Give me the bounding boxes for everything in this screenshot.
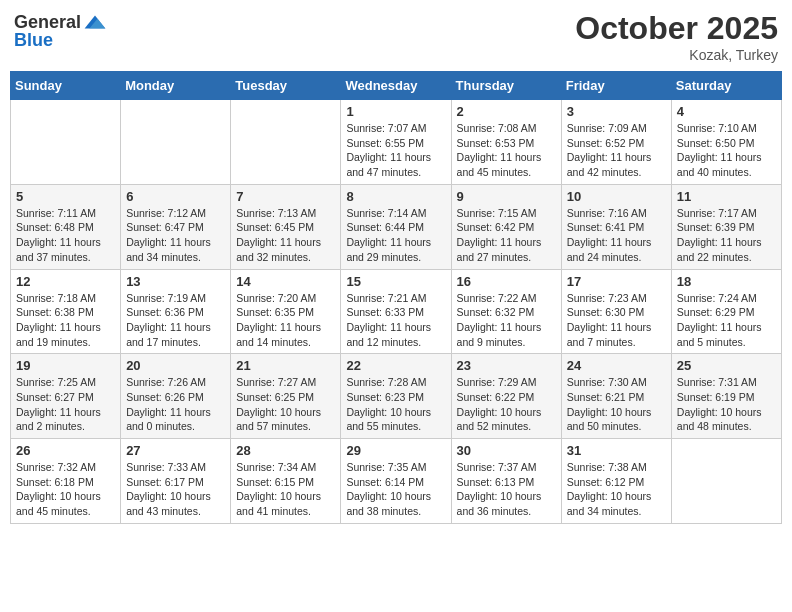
day-info: Sunrise: 7:29 AM Sunset: 6:22 PM Dayligh…	[457, 375, 556, 434]
day-info: Sunrise: 7:13 AM Sunset: 6:45 PM Dayligh…	[236, 206, 335, 265]
day-info: Sunrise: 7:33 AM Sunset: 6:17 PM Dayligh…	[126, 460, 225, 519]
calendar-cell	[121, 100, 231, 185]
day-number: 6	[126, 189, 225, 204]
calendar-cell: 6Sunrise: 7:12 AM Sunset: 6:47 PM Daylig…	[121, 184, 231, 269]
day-number: 15	[346, 274, 445, 289]
day-info: Sunrise: 7:28 AM Sunset: 6:23 PM Dayligh…	[346, 375, 445, 434]
day-info: Sunrise: 7:21 AM Sunset: 6:33 PM Dayligh…	[346, 291, 445, 350]
calendar-cell: 25Sunrise: 7:31 AM Sunset: 6:19 PM Dayli…	[671, 354, 781, 439]
day-number: 20	[126, 358, 225, 373]
day-info: Sunrise: 7:26 AM Sunset: 6:26 PM Dayligh…	[126, 375, 225, 434]
day-number: 21	[236, 358, 335, 373]
calendar-cell: 18Sunrise: 7:24 AM Sunset: 6:29 PM Dayli…	[671, 269, 781, 354]
calendar-cell: 14Sunrise: 7:20 AM Sunset: 6:35 PM Dayli…	[231, 269, 341, 354]
day-info: Sunrise: 7:15 AM Sunset: 6:42 PM Dayligh…	[457, 206, 556, 265]
weekday-header-friday: Friday	[561, 72, 671, 100]
day-number: 23	[457, 358, 556, 373]
day-number: 5	[16, 189, 115, 204]
day-number: 13	[126, 274, 225, 289]
calendar-week-2: 5Sunrise: 7:11 AM Sunset: 6:48 PM Daylig…	[11, 184, 782, 269]
calendar-cell: 15Sunrise: 7:21 AM Sunset: 6:33 PM Dayli…	[341, 269, 451, 354]
day-info: Sunrise: 7:17 AM Sunset: 6:39 PM Dayligh…	[677, 206, 776, 265]
day-info: Sunrise: 7:18 AM Sunset: 6:38 PM Dayligh…	[16, 291, 115, 350]
calendar-cell	[231, 100, 341, 185]
calendar-cell: 1Sunrise: 7:07 AM Sunset: 6:55 PM Daylig…	[341, 100, 451, 185]
day-number: 19	[16, 358, 115, 373]
calendar-cell: 31Sunrise: 7:38 AM Sunset: 6:12 PM Dayli…	[561, 439, 671, 524]
title-area: October 2025 Kozak, Turkey	[575, 10, 778, 63]
day-info: Sunrise: 7:35 AM Sunset: 6:14 PM Dayligh…	[346, 460, 445, 519]
location-subtitle: Kozak, Turkey	[575, 47, 778, 63]
day-number: 24	[567, 358, 666, 373]
calendar-cell: 22Sunrise: 7:28 AM Sunset: 6:23 PM Dayli…	[341, 354, 451, 439]
calendar-cell: 12Sunrise: 7:18 AM Sunset: 6:38 PM Dayli…	[11, 269, 121, 354]
day-info: Sunrise: 7:30 AM Sunset: 6:21 PM Dayligh…	[567, 375, 666, 434]
calendar-cell: 21Sunrise: 7:27 AM Sunset: 6:25 PM Dayli…	[231, 354, 341, 439]
calendar-cell: 13Sunrise: 7:19 AM Sunset: 6:36 PM Dayli…	[121, 269, 231, 354]
day-number: 10	[567, 189, 666, 204]
day-number: 30	[457, 443, 556, 458]
day-number: 29	[346, 443, 445, 458]
day-info: Sunrise: 7:37 AM Sunset: 6:13 PM Dayligh…	[457, 460, 556, 519]
calendar-cell: 26Sunrise: 7:32 AM Sunset: 6:18 PM Dayli…	[11, 439, 121, 524]
day-info: Sunrise: 7:38 AM Sunset: 6:12 PM Dayligh…	[567, 460, 666, 519]
calendar-cell	[11, 100, 121, 185]
day-info: Sunrise: 7:32 AM Sunset: 6:18 PM Dayligh…	[16, 460, 115, 519]
calendar-cell: 7Sunrise: 7:13 AM Sunset: 6:45 PM Daylig…	[231, 184, 341, 269]
day-info: Sunrise: 7:11 AM Sunset: 6:48 PM Dayligh…	[16, 206, 115, 265]
day-number: 11	[677, 189, 776, 204]
month-year-title: October 2025	[575, 10, 778, 47]
day-number: 18	[677, 274, 776, 289]
day-number: 12	[16, 274, 115, 289]
day-info: Sunrise: 7:19 AM Sunset: 6:36 PM Dayligh…	[126, 291, 225, 350]
day-info: Sunrise: 7:31 AM Sunset: 6:19 PM Dayligh…	[677, 375, 776, 434]
weekday-header-saturday: Saturday	[671, 72, 781, 100]
day-info: Sunrise: 7:34 AM Sunset: 6:15 PM Dayligh…	[236, 460, 335, 519]
calendar-table: SundayMondayTuesdayWednesdayThursdayFrid…	[10, 71, 782, 524]
day-info: Sunrise: 7:22 AM Sunset: 6:32 PM Dayligh…	[457, 291, 556, 350]
day-number: 31	[567, 443, 666, 458]
day-info: Sunrise: 7:25 AM Sunset: 6:27 PM Dayligh…	[16, 375, 115, 434]
day-number: 22	[346, 358, 445, 373]
weekday-header-thursday: Thursday	[451, 72, 561, 100]
page-header: General Blue October 2025 Kozak, Turkey	[10, 10, 782, 63]
calendar-cell: 16Sunrise: 7:22 AM Sunset: 6:32 PM Dayli…	[451, 269, 561, 354]
day-number: 17	[567, 274, 666, 289]
day-number: 16	[457, 274, 556, 289]
calendar-cell: 5Sunrise: 7:11 AM Sunset: 6:48 PM Daylig…	[11, 184, 121, 269]
day-number: 26	[16, 443, 115, 458]
logo-blue: Blue	[14, 30, 53, 51]
logo: General Blue	[14, 10, 107, 51]
day-number: 14	[236, 274, 335, 289]
calendar-cell: 29Sunrise: 7:35 AM Sunset: 6:14 PM Dayli…	[341, 439, 451, 524]
calendar-cell: 9Sunrise: 7:15 AM Sunset: 6:42 PM Daylig…	[451, 184, 561, 269]
calendar-week-4: 19Sunrise: 7:25 AM Sunset: 6:27 PM Dayli…	[11, 354, 782, 439]
weekday-header-wednesday: Wednesday	[341, 72, 451, 100]
calendar-week-3: 12Sunrise: 7:18 AM Sunset: 6:38 PM Dayli…	[11, 269, 782, 354]
day-number: 3	[567, 104, 666, 119]
day-number: 27	[126, 443, 225, 458]
day-info: Sunrise: 7:07 AM Sunset: 6:55 PM Dayligh…	[346, 121, 445, 180]
day-number: 8	[346, 189, 445, 204]
day-info: Sunrise: 7:09 AM Sunset: 6:52 PM Dayligh…	[567, 121, 666, 180]
calendar-week-5: 26Sunrise: 7:32 AM Sunset: 6:18 PM Dayli…	[11, 439, 782, 524]
day-info: Sunrise: 7:20 AM Sunset: 6:35 PM Dayligh…	[236, 291, 335, 350]
calendar-cell: 28Sunrise: 7:34 AM Sunset: 6:15 PM Dayli…	[231, 439, 341, 524]
day-info: Sunrise: 7:16 AM Sunset: 6:41 PM Dayligh…	[567, 206, 666, 265]
day-info: Sunrise: 7:27 AM Sunset: 6:25 PM Dayligh…	[236, 375, 335, 434]
day-number: 7	[236, 189, 335, 204]
calendar-cell: 20Sunrise: 7:26 AM Sunset: 6:26 PM Dayli…	[121, 354, 231, 439]
calendar-cell: 17Sunrise: 7:23 AM Sunset: 6:30 PM Dayli…	[561, 269, 671, 354]
day-number: 28	[236, 443, 335, 458]
day-info: Sunrise: 7:14 AM Sunset: 6:44 PM Dayligh…	[346, 206, 445, 265]
day-info: Sunrise: 7:23 AM Sunset: 6:30 PM Dayligh…	[567, 291, 666, 350]
weekday-header-tuesday: Tuesday	[231, 72, 341, 100]
logo-icon	[83, 10, 107, 34]
day-info: Sunrise: 7:12 AM Sunset: 6:47 PM Dayligh…	[126, 206, 225, 265]
calendar-cell: 27Sunrise: 7:33 AM Sunset: 6:17 PM Dayli…	[121, 439, 231, 524]
day-number: 9	[457, 189, 556, 204]
day-info: Sunrise: 7:24 AM Sunset: 6:29 PM Dayligh…	[677, 291, 776, 350]
calendar-cell: 10Sunrise: 7:16 AM Sunset: 6:41 PM Dayli…	[561, 184, 671, 269]
calendar-cell: 23Sunrise: 7:29 AM Sunset: 6:22 PM Dayli…	[451, 354, 561, 439]
day-number: 4	[677, 104, 776, 119]
